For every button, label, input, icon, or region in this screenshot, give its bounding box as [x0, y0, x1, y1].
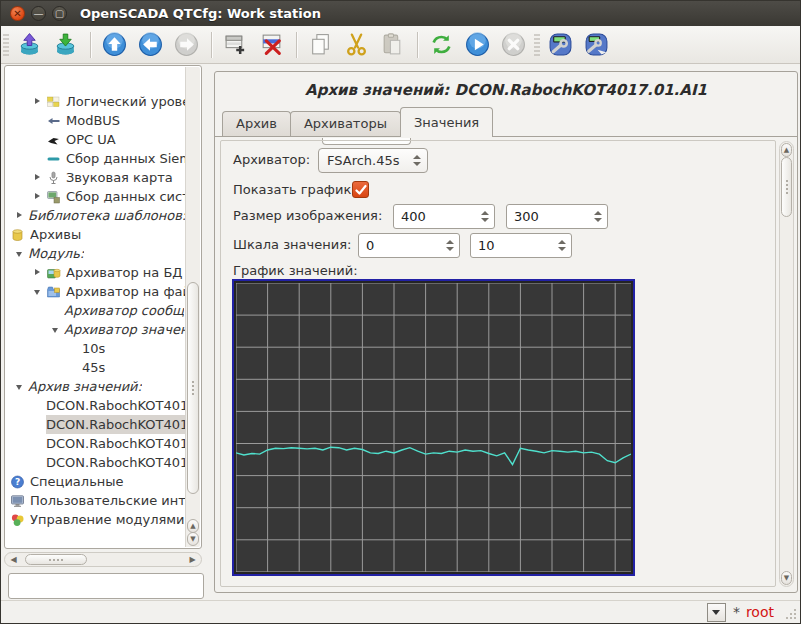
user-dropdown[interactable] [707, 603, 726, 622]
refresh-icon [429, 32, 455, 57]
tab-архиваторы[interactable]: Архиваторы [290, 111, 401, 137]
tree-filter-input[interactable] [8, 573, 204, 599]
tree-item-label: Управление модулями [30, 512, 185, 527]
spin-arrows-icon[interactable] [592, 211, 604, 222]
close-icon[interactable]: ✕ [10, 6, 25, 21]
tree-item-dcon-rabochkot401[interactable]: DCON.RabochKOT401 [6, 434, 185, 453]
tree-item-content: DCON.RabochKOT401 [46, 453, 185, 472]
toolbar-cut-button[interactable] [342, 30, 372, 60]
toolbar-grip[interactable] [534, 34, 540, 56]
tree-item-opc-ua[interactable]: OPC UA [6, 130, 185, 149]
tree-item-content: Сбор данных Siem [46, 149, 185, 168]
tree-item-модуль-[interactable]: Модуль: [6, 244, 185, 263]
tab-content: Архиватор: FSArch.45s Показать график: Р… [215, 136, 797, 592]
scroll-right-icon[interactable]: ▶ [186, 554, 199, 565]
archiver-value: FSArch.45s [327, 153, 411, 168]
archiver-combobox[interactable]: FSArch.45s [318, 148, 428, 173]
tab-архив[interactable]: Архив [222, 111, 291, 137]
tree-item-label: Специальные [30, 474, 124, 489]
expander-closed-icon[interactable] [32, 168, 46, 187]
tree-horizontal-scrollbar[interactable]: ◀ ▶ [4, 552, 202, 567]
graph-canvas [236, 283, 631, 572]
tree-item-библиотека-шаблонов-[interactable]: Библиотека шаблонов: [6, 206, 185, 225]
scroll-up-icon[interactable]: ▲ [187, 519, 199, 533]
toolbar-nav-back-button[interactable] [136, 30, 166, 60]
tree-item-архиватор-на-бд[interactable]: Архиватор на БД [6, 263, 185, 282]
scroll-left-icon[interactable]: ◀ [7, 554, 20, 565]
toolbar-save-db-button[interactable] [51, 30, 81, 60]
tree-item-10s[interactable]: 10s [6, 339, 185, 358]
tree-item-сбор-данных-сист[interactable]: Сбор данных сист [6, 187, 185, 206]
tree-item-логический-урове[interactable]: Логический урове [6, 92, 185, 111]
scroll-down-icon[interactable]: ▼ [187, 532, 199, 546]
resize-grip[interactable] [785, 608, 797, 620]
content-scrollbar[interactable]: ▲ ▼ [779, 141, 794, 587]
spin-arrows-icon[interactable] [556, 240, 568, 251]
expander-closed-icon[interactable] [32, 187, 46, 206]
tree-item-dcon-rabochkot401[interactable]: DCON.RabochKOT401 [6, 396, 185, 415]
image-height-spinbox[interactable]: 300 [506, 204, 608, 229]
nav-back-icon [138, 32, 164, 57]
spin-arrows-icon[interactable] [444, 240, 456, 251]
tree-item-управление-модулями[interactable]: Управление модулями [6, 510, 185, 529]
toolbar-load-db-button[interactable] [15, 30, 45, 60]
spin-arrows-icon[interactable] [479, 211, 491, 222]
toolbar-calc-date-tool-button[interactable] [582, 30, 612, 60]
toolbar-copy-button[interactable] [306, 30, 336, 60]
tab-значения[interactable]: Значения [400, 107, 493, 137]
toolbar-item-delete-button[interactable] [257, 30, 287, 60]
value-scale-label: Шкала значения: [233, 233, 351, 257]
tree-item-пользовательские-инте[interactable]: Пользовательские инте [6, 491, 185, 510]
toolbar-refresh-button[interactable] [427, 30, 457, 60]
expander-open-icon[interactable] [14, 377, 28, 396]
paste-icon [380, 32, 406, 57]
tree-item-content: Логический урове [46, 92, 185, 111]
tabbar: АрхивАрхиваторыЗначения [222, 107, 492, 137]
expander-open-icon[interactable] [14, 244, 28, 263]
tree-item-архивы[interactable]: Архивы [6, 225, 185, 244]
start-icon [465, 32, 491, 57]
scroll-up-icon[interactable]: ▲ [781, 143, 792, 157]
tree-item-modbus[interactable]: ModBUS [6, 111, 185, 130]
scale-max-spinbox[interactable]: 10 [470, 233, 572, 258]
minimize-icon[interactable]: — [31, 6, 46, 21]
tree-item-dcon-rabochkot401[interactable]: DCON.RabochKOT401 [6, 415, 185, 434]
tree-item-архиватор-сообщ[interactable]: Архиватор сообщ [6, 301, 185, 320]
toolbar-grip[interactable] [3, 34, 9, 56]
content-scrollbar-handle[interactable] [781, 157, 792, 217]
tree-scrollbar[interactable]: ▲ ▼ [185, 67, 200, 547]
tree-scrollbar-handle[interactable] [187, 282, 199, 494]
expander-spacer [32, 130, 46, 149]
current-user[interactable]: root [746, 604, 774, 620]
tree-item-специальные[interactable]: ?Специальные [6, 472, 185, 491]
scroll-down-icon[interactable]: ▼ [781, 571, 792, 585]
toolbar-paste-button [378, 30, 408, 60]
tree-item-dcon-rabochkot401[interactable]: DCON.RabochKOT401 [6, 453, 185, 472]
tree-item-архив-значений-[interactable]: Архив значений: [6, 377, 185, 396]
expander-closed-icon[interactable] [32, 92, 46, 111]
toolbar-start-button[interactable] [463, 30, 493, 60]
show-graph-label: Показать график: [233, 178, 356, 202]
tree-item-звуковая-карта[interactable]: Звуковая карта [6, 168, 185, 187]
tree-item-архиватор-значен[interactable]: Архиватор значен [6, 320, 185, 339]
nav-forward-icon [174, 32, 200, 57]
image-width-spinbox[interactable]: 400 [393, 204, 495, 229]
toolbar-item-add-button[interactable] [221, 30, 251, 60]
tree-item-content: 10s [82, 339, 185, 358]
expander-open-icon[interactable] [50, 320, 64, 339]
show-graph-checkbox[interactable] [352, 181, 369, 198]
tree-item-сбор-данных-siem[interactable]: Сбор данных Siem [6, 149, 185, 168]
tree-item-label: Библиотека шаблонов: [28, 208, 185, 223]
toolbar-calc-tool-button[interactable] [546, 30, 576, 60]
expander-closed-icon[interactable] [32, 263, 46, 282]
expander-open-icon[interactable] [32, 282, 46, 301]
tree-item-45s[interactable]: 45s [6, 358, 185, 377]
maximize-icon[interactable]: ▢ [52, 6, 67, 21]
tree-item-архиватор-на-фай[interactable]: Архиватор на фай [6, 282, 185, 301]
expander-closed-icon[interactable] [14, 206, 28, 225]
toolbar-nav-up-button[interactable] [100, 30, 130, 60]
scale-min-spinbox[interactable]: 0 [358, 233, 460, 258]
tree-item-content: DCON.RabochKOT401 [46, 396, 185, 415]
tree-hscrollbar-handle[interactable] [25, 554, 87, 565]
load-db-icon [17, 32, 43, 57]
